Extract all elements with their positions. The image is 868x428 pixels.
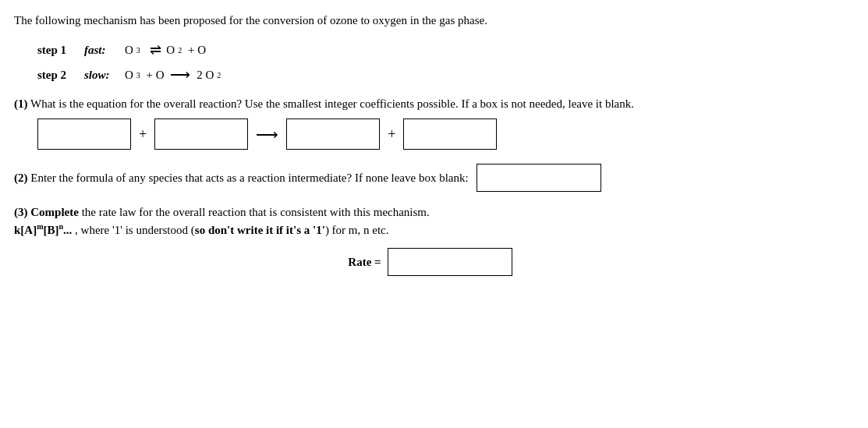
step2-reaction: O3 + O ⟶ 2 O2 xyxy=(125,66,221,83)
q1-box4[interactable] xyxy=(403,118,497,150)
q3-text4: ) for m, n etc. xyxy=(325,224,389,236)
q3-bold-word: Complete xyxy=(30,206,79,218)
step2-label: step 2 xyxy=(37,69,84,82)
q3-line1: (3) Complete the rate law for the overal… xyxy=(14,206,846,219)
q2-row: (2) Enter the formula of any species tha… xyxy=(14,164,846,192)
q3-kform: k[A]m[B]n... xyxy=(14,224,72,236)
q3-section: (3) Complete the rate law for the overal… xyxy=(14,206,846,237)
rate-label: Rate = xyxy=(348,256,381,269)
q1-section: (1) What is the equation for the overall… xyxy=(14,97,846,111)
step2-type: slow: xyxy=(84,69,125,82)
step1-reaction: O3 ⇌ O2 + O xyxy=(125,41,206,58)
q1-box3[interactable] xyxy=(286,118,380,150)
q1-box2[interactable] xyxy=(154,118,248,150)
equilibrium-arrow-icon: ⇌ xyxy=(150,41,161,58)
q1-plus1: + xyxy=(139,126,147,143)
step2-row: step 2 slow: O3 + O ⟶ 2 O2 xyxy=(37,66,846,83)
q1-number: (1) xyxy=(14,97,28,110)
q3-text1: the rate law for the overall reaction th… xyxy=(79,206,430,218)
step1-type: fast: xyxy=(84,44,125,57)
q2-answer-box[interactable] xyxy=(477,164,601,192)
forward-arrow-icon: ⟶ xyxy=(170,66,190,83)
q1-input-row: + ⟶ + xyxy=(37,118,846,150)
q2-section: (2) Enter the formula of any species tha… xyxy=(14,164,846,192)
step1-row: step 1 fast: O3 ⇌ O2 + O xyxy=(37,41,846,58)
q2-number: (2) xyxy=(14,172,28,184)
q3-bold-dont: so don't write it if it's a '1' xyxy=(195,224,325,236)
q1-text: What is the equation for the overall rea… xyxy=(30,97,634,110)
step1-label: step 1 xyxy=(37,44,84,57)
q1-arrow-icon: ⟶ xyxy=(256,125,278,143)
q2-text: Enter the formula of any species that ac… xyxy=(30,172,468,184)
q3-text3: , where '1' is understood ( xyxy=(72,224,194,236)
intro-text: The following mechanism has been propose… xyxy=(14,14,846,27)
q1-plus2: + xyxy=(388,126,395,143)
q3-number: (3) xyxy=(14,206,28,218)
q3-line2: k[A]m[B]n... , where '1' is understood (… xyxy=(14,222,846,237)
rate-answer-box[interactable] xyxy=(388,248,512,276)
q1-box1[interactable] xyxy=(37,118,131,150)
rate-row: Rate = xyxy=(14,248,846,276)
